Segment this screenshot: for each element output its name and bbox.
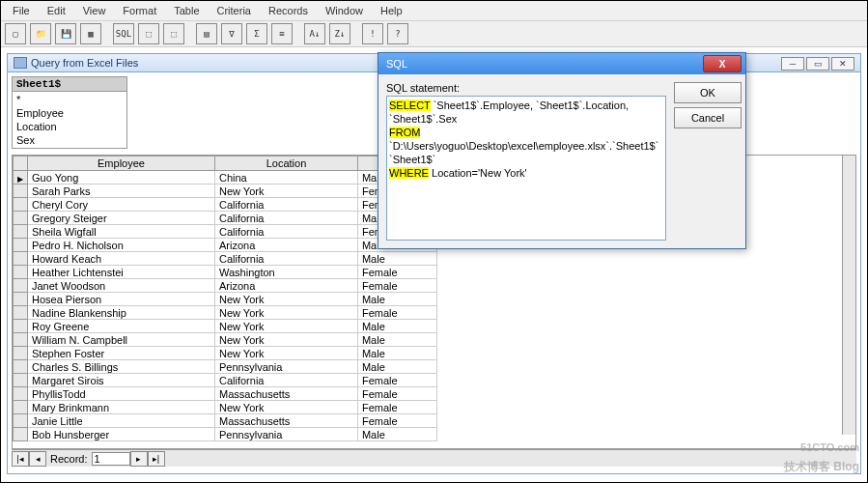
cell[interactable]: California bbox=[215, 374, 358, 387]
nav-prev-button[interactable]: ◂ bbox=[29, 451, 46, 467]
cell[interactable]: Male bbox=[357, 293, 436, 306]
row-selector[interactable] bbox=[14, 266, 28, 279]
row-selector[interactable] bbox=[14, 279, 28, 293]
menu-window[interactable]: Window bbox=[318, 3, 371, 18]
cell[interactable]: Female bbox=[357, 279, 436, 293]
row-selector[interactable] bbox=[14, 401, 28, 414]
dialog-close-button[interactable]: X bbox=[703, 55, 742, 72]
row-selector[interactable] bbox=[14, 252, 28, 266]
cell[interactable]: Charles S. Billings bbox=[28, 360, 215, 374]
cell[interactable]: Janie Little bbox=[28, 414, 215, 428]
table-row[interactable]: Cheryl CoryCaliforniaFemale bbox=[14, 198, 437, 212]
cell[interactable]: Mary Brinkmann bbox=[28, 401, 215, 414]
column-header[interactable]: Location bbox=[215, 156, 358, 171]
table-row[interactable]: Stephen FosterNew YorkMale bbox=[14, 347, 437, 360]
cell[interactable]: California bbox=[215, 198, 358, 212]
row-selector[interactable] bbox=[14, 333, 28, 347]
table-field-pane[interactable]: Sheet1$ *EmployeeLocationSex bbox=[12, 76, 127, 149]
cell[interactable]: Arizona bbox=[215, 279, 358, 293]
cell[interactable]: California bbox=[215, 212, 358, 225]
sum-button[interactable]: Σ bbox=[246, 23, 267, 44]
cell[interactable]: Sarah Parks bbox=[28, 185, 215, 198]
cell[interactable]: Cheryl Cory bbox=[28, 198, 215, 212]
table-row[interactable]: Hosea PiersonNew YorkMale bbox=[14, 293, 437, 306]
save-button[interactable]: 💾 bbox=[55, 23, 76, 44]
cell[interactable]: New York bbox=[215, 401, 358, 414]
menu-help[interactable]: Help bbox=[373, 3, 410, 18]
cell[interactable]: California bbox=[215, 225, 358, 239]
filter-button[interactable]: ∇ bbox=[221, 23, 242, 44]
cell[interactable]: New York bbox=[215, 293, 358, 306]
nav-next-button[interactable]: ▸ bbox=[130, 451, 148, 467]
menu-criteria[interactable]: Criteria bbox=[210, 3, 259, 18]
cell[interactable]: Male bbox=[357, 333, 436, 347]
cell[interactable]: New York bbox=[215, 320, 358, 333]
field-item[interactable]: Sex bbox=[16, 133, 123, 147]
cell[interactable]: Female bbox=[357, 401, 436, 414]
cell[interactable]: Male bbox=[357, 320, 436, 333]
cell[interactable]: Male bbox=[357, 347, 436, 360]
vertical-scrollbar[interactable] bbox=[842, 156, 855, 435]
row-selector[interactable] bbox=[14, 428, 28, 441]
column-header[interactable]: Employee bbox=[28, 156, 215, 171]
cell[interactable]: Female bbox=[357, 266, 436, 279]
cell[interactable]: New York bbox=[215, 347, 358, 360]
nav-first-button[interactable]: |◂ bbox=[12, 451, 29, 467]
table-row[interactable]: Sarah ParksNew YorkFemale bbox=[14, 185, 437, 198]
field-item[interactable]: Location bbox=[16, 120, 123, 133]
cell[interactable]: Female bbox=[357, 414, 436, 428]
nav-record-input[interactable] bbox=[92, 452, 130, 466]
open-button[interactable]: 📁 bbox=[30, 23, 51, 44]
cell[interactable]: Bob Hunsberger bbox=[28, 428, 215, 441]
ok-button[interactable]: OK bbox=[674, 82, 742, 103]
cell[interactable]: New York bbox=[215, 306, 358, 320]
row-selector[interactable] bbox=[14, 239, 28, 252]
cell[interactable]: New York bbox=[215, 185, 358, 198]
field-item[interactable]: * bbox=[16, 93, 123, 106]
row-selector[interactable] bbox=[14, 293, 28, 306]
menu-file[interactable]: File bbox=[5, 3, 38, 18]
cell[interactable]: Female bbox=[357, 374, 436, 387]
row-selector[interactable] bbox=[14, 374, 28, 387]
cell[interactable]: California bbox=[215, 252, 358, 266]
table-row[interactable]: PhyllisToddMassachusettsFemale bbox=[14, 387, 437, 401]
table-row[interactable]: Janie LittleMassachusettsFemale bbox=[14, 414, 437, 428]
rel1-button[interactable]: ⬚ bbox=[138, 23, 159, 44]
help-button[interactable]: ? bbox=[387, 23, 408, 44]
field-item[interactable]: Employee bbox=[16, 106, 123, 120]
row-selector[interactable] bbox=[14, 225, 28, 239]
grp-button[interactable]: ≡ bbox=[271, 23, 293, 44]
table-row[interactable]: Roy GreeneNew YorkMale bbox=[14, 320, 437, 333]
new-button[interactable]: ▢ bbox=[5, 23, 26, 44]
cell[interactable]: Pennsylvania bbox=[215, 428, 358, 441]
exec-button[interactable]: ! bbox=[362, 23, 383, 44]
cell[interactable]: Sheila Wigfall bbox=[28, 225, 215, 239]
menu-records[interactable]: Records bbox=[261, 3, 316, 18]
cell[interactable]: New York bbox=[215, 333, 358, 347]
table-row[interactable]: William N. CampbellNew YorkMale bbox=[14, 333, 437, 347]
table-row[interactable]: Margaret SiroisCaliforniaFemale bbox=[14, 374, 437, 387]
row-selector[interactable] bbox=[14, 306, 28, 320]
cell[interactable]: Margaret Sirois bbox=[28, 374, 215, 387]
sql-textarea[interactable]: SELECT `Sheet1$`.Employee, `Sheet1$`.Loc… bbox=[386, 96, 666, 241]
table-row[interactable]: Sheila WigfallCaliforniaFemale bbox=[14, 225, 437, 239]
table-row[interactable]: Nadine BlankenshipNew YorkFemale bbox=[14, 306, 437, 320]
menu-table[interactable]: Table bbox=[166, 3, 207, 18]
row-selector[interactable] bbox=[14, 387, 28, 401]
cell[interactable]: China bbox=[215, 171, 358, 185]
cell[interactable]: Stephen Foster bbox=[28, 347, 215, 360]
rel2-button[interactable]: ⬚ bbox=[163, 23, 184, 44]
table-row[interactable]: Janet WoodsonArizonaFemale bbox=[14, 279, 437, 293]
cell[interactable]: Heather Lichtenstei bbox=[28, 266, 215, 279]
table-row[interactable]: Howard KeachCaliforniaMale bbox=[14, 252, 437, 266]
nav-last-button[interactable]: ▸| bbox=[148, 451, 165, 467]
maximize-button[interactable]: ▭ bbox=[806, 57, 829, 71]
sql-button[interactable]: SQL bbox=[113, 23, 134, 44]
cell[interactable]: Roy Greene bbox=[28, 320, 215, 333]
cancel-button[interactable]: Cancel bbox=[674, 107, 742, 128]
row-selector[interactable] bbox=[14, 185, 28, 198]
sort-asc-button[interactable]: A↓ bbox=[304, 23, 325, 44]
show-button[interactable]: ▤ bbox=[196, 23, 217, 44]
cell[interactable]: Male bbox=[357, 360, 436, 374]
row-selector[interactable] bbox=[14, 414, 28, 428]
